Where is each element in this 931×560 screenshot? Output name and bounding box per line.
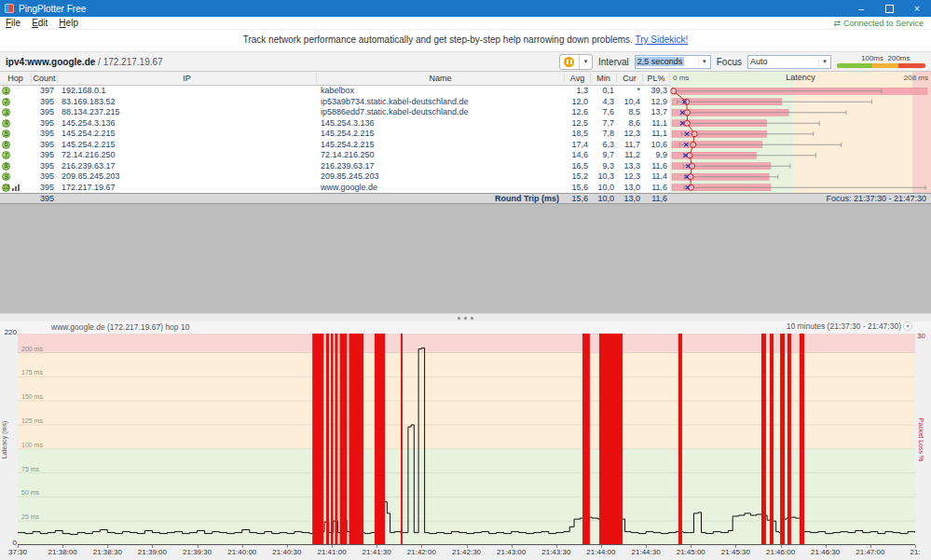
avg-marker-icon [671,89,677,94]
interval-select[interactable]: 2,5 seconds ▾ [635,55,711,69]
packet-loss-bar [326,334,329,545]
sidekick-link[interactable]: Try Sidekick! [635,34,688,45]
chart-range-label[interactable]: 10 minutes (21:37:30 - 21:47:30) [787,321,901,331]
latency-graph-overlay [670,72,931,193]
name-cell: 145.254.2.215 [317,129,565,140]
round-trip-label: Round Trip (ms) [317,194,565,203]
pane-splitter[interactable] [0,313,931,321]
col-hop[interactable]: Hop [0,74,32,83]
hop-badge: 2 [2,98,10,106]
summary-min: 10,0 [591,194,617,203]
legend-100ms-label: 100ms [861,54,883,62]
summary-row: 395 Round Trip (ms) 15,6 10,0 13,0 11,6 … [0,193,931,204]
title-bar: PingPlotter Free – × [0,0,931,17]
count-cell: 395 [32,161,58,172]
hop-cell: 7 [0,151,32,159]
avg-cell: 14,6 [565,150,591,161]
col-min[interactable]: Min [591,74,617,83]
time-tick-label: 21:46:30 [811,548,840,556]
focus-select[interactable]: Auto ▾ [747,55,831,69]
gridline-label: 175 ms [21,369,43,376]
col-avg[interactable]: Avg [565,74,591,83]
col-count[interactable]: Count [32,74,58,83]
close-button[interactable]: × [903,0,931,17]
min-cell: 6,3 [591,140,617,151]
menu-file[interactable]: File [0,18,26,28]
min-cell: 9,7 [591,150,617,161]
packet-loss-bar [599,334,623,545]
name-cell: 145.254.2.215 [317,140,565,151]
name-cell: ip53a9b734.static.kabel-deutschland.de [317,97,565,108]
menu-bar: File Edit Help ⇄ Connected to Service [0,17,931,30]
pause-dropdown-button[interactable]: ▾ [580,58,592,65]
avg-marker-icon [688,184,693,190]
workspace-background [0,204,931,313]
chart-plot-area[interactable]: 200 ms175 ms150 ms125 ms100 ms75 ms50 ms… [18,334,915,545]
pl-cell: 12,9 [643,97,670,108]
connection-status-label: Connected to Service [843,19,924,28]
avg-cell: 12,6 [565,107,591,118]
focus-range-label: Focus: 21:37:30 - 21:47:30 [826,194,926,203]
promo-text: Track network performance automatically … [243,34,633,45]
avg-cell: 15,6 [565,183,591,194]
packet-loss-bar [312,334,323,545]
menu-edit[interactable]: Edit [26,18,53,28]
trace-table: Hop Count IP Name Avg Min Cur PL% 0 ms L… [0,72,931,204]
pause-button[interactable] [560,55,580,69]
ip-cell: 88.134.237.215 [58,107,317,118]
time-tick-label: 21:39:30 [183,548,212,556]
avg-cell: 17,4 [565,140,591,151]
packet-loss-bar [761,334,766,545]
ip-cell: 192.168.0.1 [58,86,317,97]
menu-help[interactable]: Help [53,18,84,28]
packet-loss-bar [335,334,337,545]
min-cell: 9,3 [591,161,617,172]
time-tick-label: 21:40:30 [272,548,301,556]
time-tick-label: 21:38:30 [93,548,122,556]
pl-cell: 39,3 [643,86,670,97]
pl-cell: 13,7 [643,107,670,118]
col-name[interactable]: Name [317,74,565,83]
cur-cell: 11,2 [617,150,643,161]
min-cell: 10,3 [591,171,617,183]
chevron-down-icon[interactable]: ▾ [903,321,912,331]
minimize-button[interactable]: – [847,0,875,17]
cur-cell: 13,3 [617,161,643,172]
hop-cell: 3 [0,108,32,116]
chart-title: www.google.de (172.217.19.67) hop 10 [51,322,189,332]
chart-plot-svg: 200 ms175 ms150 ms125 ms100 ms75 ms50 ms… [18,334,915,545]
name-cell: 216.239.63.17 [317,161,565,172]
name-cell: www.google.de [317,183,565,194]
col-pl[interactable]: PL% [643,74,670,83]
interval-label: Interval [598,57,629,67]
col-cur[interactable]: Cur [617,74,643,83]
col-ip[interactable]: IP [58,74,317,83]
y-axis-title: Latency (ms) [1,420,7,458]
pl-cell: 9,9 [643,150,670,161]
time-tick-label: 21:40:00 [227,548,256,556]
hop-badge: 1 [2,87,10,95]
time-tick-label: 21:47:00 [856,548,884,556]
cur-cell: 12,3 [617,171,643,183]
graph-indicator-icon [12,184,20,191]
pl-cell: 10,6 [643,140,670,151]
min-cell: 7,7 [591,118,617,130]
hop-badge: 8 [2,162,10,171]
ip-cell: 216.239.63.17 [58,161,317,172]
pl-cell: 11,6 [643,183,670,194]
chevron-down-icon: ▾ [698,58,710,65]
time-tick-label: 21:42:30 [452,548,481,556]
min-cell: 7,8 [591,129,617,140]
connection-status: ⇄ Connected to Service [833,19,924,28]
maximize-button[interactable] [875,0,903,17]
hop-cell: 9 [0,172,32,181]
min-cell: 4,3 [591,97,617,108]
count-cell: 397 [32,86,58,97]
packet-loss-bar [800,334,804,545]
ip-cell: 145.254.2.215 [58,140,317,151]
avg-marker-icon [684,110,690,116]
name-cell: kabelbox [317,86,565,97]
time-tick-label: 21:43:00 [497,548,526,556]
packet-loss-bar [582,334,590,545]
ip-cell: 145.254.3.136 [58,118,317,130]
